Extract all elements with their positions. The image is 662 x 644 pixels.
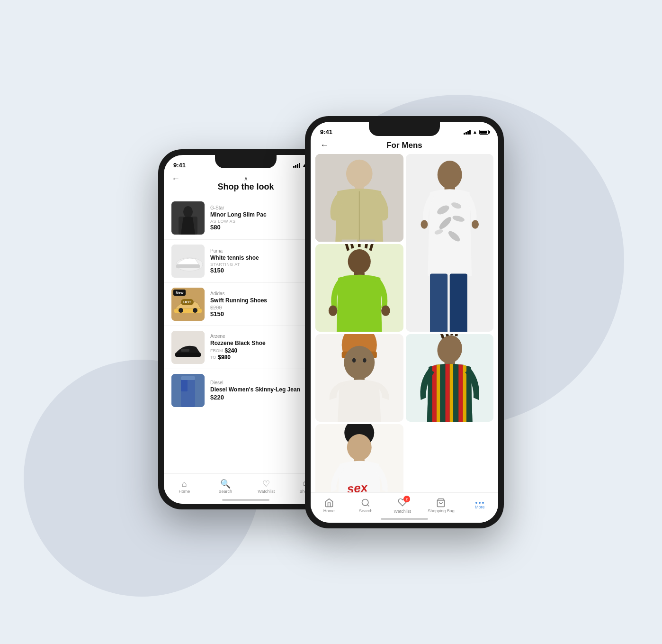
svg-point-26 — [437, 161, 462, 189]
fashion-img-1 — [315, 154, 403, 242]
back-status-time: 9:41 — [173, 162, 186, 169]
front-notch — [369, 122, 440, 136]
front-nav-more[interactable]: More — [468, 502, 491, 509]
front-nav-bag[interactable]: Shopping Bag — [428, 498, 455, 513]
product-brand-2: Puma — [210, 248, 320, 254]
back-watchlist-label: Watchlist — [258, 489, 275, 494]
product-item-4[interactable]: Arzene Rozzene Black Shoe FROM $240 TO $… — [164, 326, 328, 369]
from-label: FROM — [210, 348, 223, 353]
back-nav-search[interactable]: 🔍 Search — [214, 480, 237, 494]
watchlist-count: 2 — [403, 496, 410, 502]
front-nav-home[interactable]: Home — [318, 498, 340, 513]
product-price-2: $150 — [210, 267, 320, 274]
svg-point-9 — [193, 308, 197, 313]
product-thumb-4 — [171, 331, 205, 364]
svg-point-70 — [362, 499, 368, 506]
svg-rect-7 — [174, 308, 202, 313]
front-status-time: 9:41 — [320, 128, 332, 136]
svg-rect-11 — [175, 353, 201, 357]
svg-rect-24 — [359, 239, 375, 241]
product-thumb-5 — [171, 374, 205, 407]
svg-rect-62 — [458, 361, 463, 422]
back-nav-watchlist[interactable]: ♡ Watchlist — [255, 480, 277, 494]
grid-item-5[interactable] — [406, 334, 494, 422]
grid-item-4[interactable] — [315, 334, 403, 422]
svg-point-37 — [472, 220, 479, 229]
product-brand-4: Arzene — [210, 334, 320, 339]
product-price-3: $150 — [210, 310, 320, 317]
svg-rect-58 — [440, 361, 445, 422]
product-img-4 — [171, 331, 205, 364]
front-bag-label: Shopping Bag — [428, 508, 455, 513]
product-item-5[interactable]: Diesel Diesel Women's Skinny-Leg Jean $2… — [164, 369, 328, 412]
svg-point-49 — [352, 358, 356, 362]
svg-rect-60 — [449, 361, 453, 422]
fashion-img-3 — [315, 244, 403, 332]
front-back-arrow[interactable]: ← — [320, 140, 329, 150]
back-search-icon: 🔍 — [220, 480, 231, 488]
svg-rect-5 — [176, 264, 200, 268]
badge-hot-3: HOT — [181, 299, 194, 305]
product-item-1[interactable]: G-Star Minor Long Slim Pac AS LOW AS $80 — [164, 197, 328, 240]
product-name-3: Swift Running Shoes — [210, 297, 320, 304]
front-watchlist-label: Watchlist — [394, 509, 411, 514]
front-home-label: Home — [323, 508, 335, 513]
back-home-icon: ⌂ — [182, 480, 187, 488]
to-label: TO — [210, 355, 216, 360]
front-more-icon — [475, 502, 484, 504]
grid-item-1[interactable] — [315, 154, 403, 242]
back-page-title: Shop the look — [171, 182, 320, 192]
front-phone-screen: 9:41 ▲ ← For Mens — [311, 122, 498, 523]
product-item-2[interactable]: Puma White tennis shoe STARTING AT $150 — [164, 240, 328, 283]
front-more-label: More — [475, 505, 485, 509]
back-nav-arrow[interactable]: ← — [171, 174, 180, 183]
product-img-2 — [171, 245, 205, 278]
price-from: $240 — [225, 347, 238, 354]
front-nav-search[interactable]: Search — [354, 498, 377, 513]
front-page-title: For Mens — [386, 141, 422, 150]
product-thumb-1 — [171, 201, 205, 235]
product-name-2: White tennis shoe — [210, 254, 320, 261]
product-brand-1: G-Star — [210, 205, 320, 210]
front-search-label: Search — [359, 508, 373, 513]
back-nav-home[interactable]: ⌂ Home — [173, 480, 196, 494]
back-chevron-up: ∧ — [171, 175, 320, 182]
product-name-4: Rozzene Black Shoe — [210, 340, 320, 346]
front-nav-watchlist[interactable]: 2 Watchlist — [391, 498, 414, 514]
svg-point-1 — [183, 206, 193, 218]
back-signal-bars — [293, 163, 300, 168]
product-info-1: G-Star Minor Long Slim Pac AS LOW AS $80 — [210, 205, 320, 231]
product-brand-5: Diesel — [210, 380, 320, 385]
product-price-label-2: STARTING AT — [210, 262, 320, 267]
grid-item-3[interactable] — [315, 244, 403, 332]
front-search-icon — [361, 498, 370, 508]
front-home-indicator — [381, 518, 428, 520]
svg-rect-34 — [430, 273, 447, 332]
badge-new-3: New — [173, 290, 186, 296]
svg-point-8 — [179, 308, 183, 313]
svg-point-36 — [420, 220, 428, 229]
svg-point-39 — [348, 249, 371, 273]
grid-item-2[interactable] — [406, 154, 494, 332]
svg-point-41 — [329, 305, 338, 316]
svg-rect-35 — [449, 273, 467, 332]
product-img-5 — [171, 374, 205, 407]
product-img-1 — [171, 201, 205, 235]
front-bag-icon — [436, 498, 446, 508]
price-to: $980 — [218, 354, 231, 361]
back-search-label: Search — [218, 489, 232, 494]
product-info-5: Diesel Diesel Women's Skinny-Leg Jean $2… — [210, 380, 320, 401]
front-signal-bars — [464, 130, 471, 135]
front-status-icons: ▲ — [464, 129, 489, 135]
front-battery-icon — [479, 130, 489, 135]
back-phone-screen: 9:41 ▲ ← ∧ Shop the look — [164, 155, 328, 504]
fashion-img-5 — [406, 334, 494, 422]
product-price-label-1: AS LOW AS — [210, 219, 320, 224]
front-header: ← For Mens — [311, 139, 498, 154]
front-phone: 9:41 ▲ ← For Mens — [305, 116, 504, 528]
front-wifi-icon: ▲ — [473, 129, 477, 135]
phones-container: 9:41 ▲ ← ∧ Shop the look — [158, 116, 504, 528]
product-thumb-2 — [171, 245, 205, 278]
svg-line-71 — [367, 505, 369, 507]
product-item-3[interactable]: New HOT Adidas Swift Running Shoes $200 … — [164, 283, 328, 326]
